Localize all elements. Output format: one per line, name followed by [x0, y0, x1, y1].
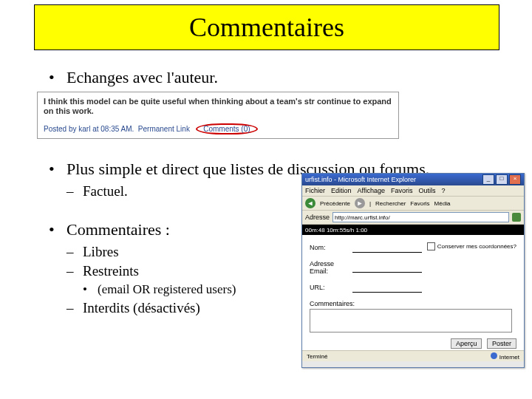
slide-title-band: Commentaires	[34, 4, 499, 50]
preview-button[interactable]: Aperçu	[451, 338, 482, 349]
bullet-1-text: Echanges avec l'auteur.	[66, 68, 218, 86]
name-label: Nom:	[310, 244, 352, 251]
remember-checkbox-row[interactable]: Conserver mes coordonnées?	[427, 242, 516, 250]
media-button[interactable]: Média	[434, 200, 451, 207]
submit-button[interactable]: Poster	[487, 338, 516, 349]
menu-view[interactable]: Affichage	[358, 187, 385, 194]
maximize-button[interactable]: □	[496, 174, 508, 185]
menu-favorites[interactable]: Favoris	[391, 187, 413, 194]
browser-window-title: urfist.info - Microsoft Internet Explore…	[305, 176, 416, 183]
email-input[interactable]	[352, 262, 422, 273]
browser-menubar: Fichier Edition Affichage Favoris Outils…	[302, 185, 524, 197]
comment-textarea[interactable]	[310, 309, 512, 332]
menu-edit[interactable]: Edition	[331, 187, 352, 194]
blog-posted-by: Posted by karl at 08:35 AM.	[44, 125, 134, 133]
back-button-label[interactable]: Précédente	[320, 200, 350, 207]
browser-address-bar: Adresse	[302, 211, 524, 225]
favorites-button[interactable]: Favoris	[410, 200, 429, 207]
address-input[interactable]	[332, 212, 509, 222]
close-button[interactable]: ×	[509, 174, 521, 185]
browser-infobar: 00m:48 10m:55s/h 1:00	[302, 225, 524, 235]
blog-body-text: I think this model can be quite useful w…	[44, 97, 392, 116]
address-label: Adresse	[305, 214, 330, 221]
slide-title: Commentaires	[189, 12, 344, 43]
blog-meta: Posted by karl at 08:35 AM. Permanent Li…	[44, 123, 392, 134]
menu-help[interactable]: ?	[441, 187, 445, 194]
blog-snippet: I think this model can be quite useful w…	[37, 92, 399, 139]
status-right: Internet	[499, 354, 519, 361]
menu-file[interactable]: Fichier	[305, 187, 325, 194]
go-button[interactable]	[512, 213, 521, 222]
forward-button-icon[interactable]: ►	[355, 198, 365, 208]
comment-form-page: Conserver mes coordonnées? Nom: Adresse …	[302, 235, 524, 350]
browser-toolbar: ◄ Précédente ► | Rechercher Favoris Médi…	[302, 197, 524, 211]
browser-window: urfist.info - Microsoft Internet Explore…	[301, 173, 525, 368]
status-left: Terminé	[307, 353, 327, 360]
comment-label: Commentaires:	[310, 300, 516, 307]
url-label: URL:	[310, 284, 352, 291]
browser-statusbar: Terminé Internet	[302, 350, 524, 361]
bullet-3-text: Commentaires :	[66, 220, 170, 239]
internet-zone-icon	[491, 352, 497, 359]
browser-titlebar[interactable]: urfist.info - Microsoft Internet Explore…	[302, 174, 524, 185]
name-input[interactable]	[352, 242, 422, 253]
blog-permalink[interactable]: Permanent Link	[138, 125, 190, 133]
remember-checkbox[interactable]	[427, 242, 435, 250]
email-label: Adresse Email:	[310, 260, 352, 275]
back-button-icon[interactable]: ◄	[305, 198, 316, 208]
minimize-button[interactable]: _	[482, 174, 494, 185]
toolbar-separator: |	[369, 200, 371, 207]
url-input[interactable]	[352, 282, 422, 293]
menu-tools[interactable]: Outils	[418, 187, 435, 194]
remember-label: Conserver mes coordonnées?	[437, 243, 516, 250]
blog-comments-link[interactable]: Comments (0)	[196, 123, 257, 134]
search-button[interactable]: Rechercher	[375, 200, 406, 207]
